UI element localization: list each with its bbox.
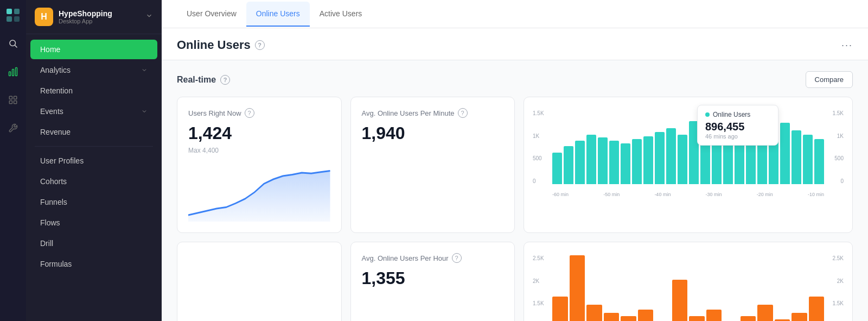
- avg-per-minute-help-icon[interactable]: ?: [458, 108, 468, 118]
- content-area: Real-time ? Compare Users Right Now ? 1,…: [162, 60, 868, 321]
- grid-icon[interactable]: [4, 91, 22, 109]
- sidebar-item-cohorts[interactable]: Cohorts: [30, 172, 157, 191]
- bar-item: [814, 139, 824, 184]
- drill-label: Drill: [40, 239, 53, 248]
- bar-item: [586, 135, 596, 184]
- svg-rect-9: [9, 96, 12, 99]
- bar-item: [666, 128, 676, 184]
- cohorts-label: Cohorts: [40, 177, 67, 186]
- bar-item: [741, 316, 756, 321]
- bar-item: [809, 297, 825, 321]
- wrench-icon[interactable]: [4, 119, 22, 137]
- bar-item: [632, 139, 642, 184]
- revenue-label: Revenue: [40, 128, 71, 136]
- svg-rect-0: [7, 9, 12, 14]
- avg-per-minute-value: 1,940: [362, 123, 504, 143]
- placeholder-card-1: [177, 242, 342, 321]
- svg-rect-2: [7, 16, 12, 22]
- stats-row-2: Avg. Online Users Per Hour ? 1,355 2.5K …: [177, 242, 853, 321]
- search-icon[interactable]: [4, 35, 22, 52]
- bar-item: [792, 313, 807, 321]
- sidebar-item-analytics[interactable]: Analytics: [30, 60, 157, 80]
- bar-item: [706, 310, 722, 321]
- sidebar-item-user-profiles[interactable]: User Profiles: [30, 151, 157, 171]
- sidebar-item-drill[interactable]: Drill: [30, 234, 157, 253]
- tooltip-series: Online Users: [713, 111, 750, 118]
- analytics-label: Analytics: [40, 66, 71, 74]
- bar-chart-1: 1.5K 1K 500 0 1.5K 1K 500 0 -60 min -: [533, 110, 844, 197]
- realtime-help-icon[interactable]: ?: [220, 75, 230, 85]
- analytics-icon[interactable]: [4, 63, 22, 80]
- users-right-now-label: Users Right Now ?: [188, 108, 330, 118]
- svg-rect-7: [12, 70, 14, 76]
- sidebar-item-home[interactable]: Home: [30, 40, 157, 59]
- chevron-down-icon: [145, 12, 153, 22]
- bars-container-2: [552, 255, 824, 321]
- tab-online-users[interactable]: Online Users: [246, 2, 310, 27]
- page-title: Online Users ?: [177, 38, 265, 52]
- bar-item: [552, 153, 562, 184]
- bar-chart-2-card: 2.5K 2K 1.5K 1K 2.5K 2K 1.5K 1K: [524, 242, 853, 321]
- bar-item: [803, 135, 813, 184]
- app-selector[interactable]: H HypeShopping Desktop App: [26, 0, 162, 34]
- bar-item: [586, 305, 602, 321]
- stats-row-1: Users Right Now ? 1,424 Max 4,400: [177, 97, 853, 233]
- bar-item: [621, 316, 636, 321]
- bar-item: [621, 143, 630, 184]
- realtime-section-header: Real-time ? Compare: [177, 71, 853, 88]
- app-icon: H: [35, 8, 53, 26]
- tabs-bar: User Overview Online Users Active Users: [162, 0, 868, 28]
- bar-item: [564, 146, 573, 184]
- sidebar-item-formulas[interactable]: Formulas: [30, 254, 157, 274]
- page-header: Online Users ? ···: [162, 28, 868, 60]
- avg-per-hour-help-icon[interactable]: ?: [452, 253, 462, 263]
- svg-rect-3: [14, 16, 20, 22]
- bar-item: [672, 280, 688, 321]
- page-help-icon[interactable]: ?: [255, 40, 265, 50]
- users-right-now-help-icon[interactable]: ?: [245, 108, 254, 118]
- chart-tooltip: Online Users 896,455 46 mins ago: [697, 105, 778, 146]
- y-labels-left-2: 2.5K 2K 1.5K 1K: [533, 255, 549, 321]
- sidebar-item-events[interactable]: Events: [30, 102, 157, 121]
- sidebar-item-retention[interactable]: Retention: [30, 81, 157, 100]
- users-right-now-sub: Max 4,400: [188, 147, 330, 154]
- users-right-now-value: 1,424: [188, 123, 330, 143]
- funnels-label: Funnels: [40, 198, 67, 206]
- icon-rail: [0, 0, 26, 321]
- app-logo-icon[interactable]: [4, 7, 22, 24]
- bar-item: [604, 313, 620, 321]
- y-labels-right-2: 2.5K 2K 1.5K 1K: [827, 255, 844, 321]
- x-labels-1: -60 min -50 min -40 min -30 min -20 min …: [552, 192, 824, 197]
- more-options-icon[interactable]: ···: [841, 40, 853, 51]
- sidebar-item-flows[interactable]: Flows: [30, 213, 157, 232]
- compare-button[interactable]: Compare: [806, 71, 853, 88]
- svg-rect-10: [14, 96, 17, 99]
- svg-rect-12: [14, 101, 17, 104]
- tooltip-value: 896,455: [705, 121, 770, 133]
- sidebar-nav: Home Analytics Retention Events Revenue …: [26, 34, 162, 279]
- tab-active-users[interactable]: Active Users: [310, 2, 372, 27]
- bar-item: [792, 130, 801, 185]
- tooltip-title: Online Users: [705, 111, 770, 118]
- bar-item: [643, 136, 653, 184]
- bar-item: [780, 123, 790, 184]
- bar-item: [598, 137, 608, 184]
- tab-user-overview[interactable]: User Overview: [177, 2, 246, 27]
- svg-point-4: [10, 40, 16, 46]
- retention-label: Retention: [40, 86, 73, 95]
- flows-label: Flows: [40, 218, 60, 227]
- bar-item: [609, 141, 619, 184]
- app-sub: Desktop App: [59, 18, 145, 24]
- sidebar-item-revenue[interactable]: Revenue: [30, 122, 157, 142]
- y-labels-right: 1.5K 1K 500 0: [827, 110, 844, 184]
- svg-line-5: [15, 45, 17, 47]
- bar-chart-2: 2.5K 2K 1.5K 1K 2.5K 2K 1.5K 1K: [533, 255, 844, 321]
- sidebar-item-funnels[interactable]: Funnels: [30, 192, 157, 212]
- bar-item: [678, 135, 687, 184]
- bar-chart-1-card: 1.5K 1K 500 0 1.5K 1K 500 0 -60 min -: [524, 97, 853, 233]
- bar-item: [757, 305, 773, 321]
- avg-per-hour-label: Avg. Online Users Per Hour ?: [362, 253, 504, 263]
- tooltip-time: 46 mins ago: [705, 133, 770, 140]
- app-info: HypeShopping Desktop App: [59, 9, 145, 24]
- svg-rect-11: [9, 101, 12, 104]
